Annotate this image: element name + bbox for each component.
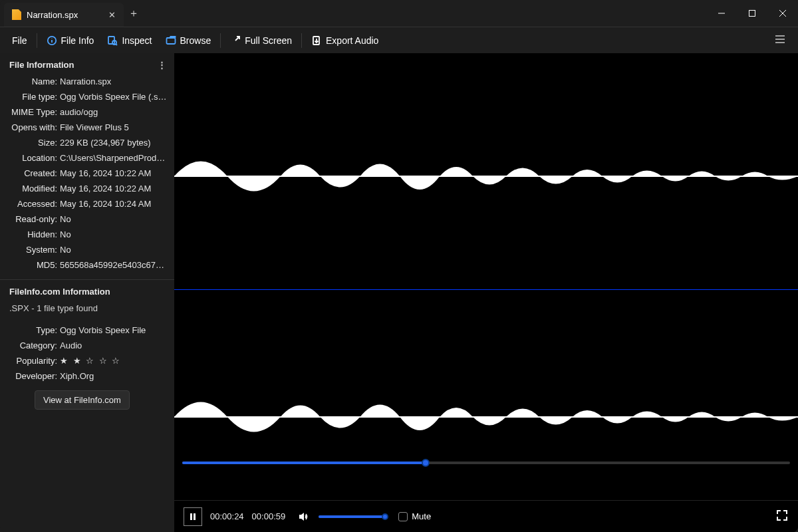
info-row: System:No xyxy=(0,242,174,257)
browse-icon xyxy=(166,35,176,46)
more-menu-icon[interactable]: ⋮ xyxy=(158,60,166,70)
info-label: Created: xyxy=(0,167,60,180)
info-label: MIME Type: xyxy=(0,106,60,118)
info-label: Developer: xyxy=(0,370,60,382)
info-row: Created:May 16, 2024 10:22 AM xyxy=(0,166,174,181)
info-value: C:\Users\SharpenedProducti... xyxy=(60,152,168,164)
full-screen-label: Full Screen xyxy=(245,35,292,46)
fileinfo-subtitle: .SPX - 1 file type found xyxy=(0,301,174,316)
pause-button[interactable] xyxy=(184,507,202,526)
info-row: Hidden:No xyxy=(0,227,174,242)
svg-rect-18 xyxy=(194,513,196,520)
info-label: Popularity: xyxy=(0,354,60,367)
info-value: Ogg Vorbis Speex File (.spx) xyxy=(60,90,168,103)
browse-button[interactable]: Browse xyxy=(159,31,218,50)
info-value: May 16, 2024 10:22 AM xyxy=(60,167,168,180)
info-label: File type: xyxy=(0,90,60,103)
info-value: May 16, 2024 10:22 AM xyxy=(60,182,168,195)
svg-point-6 xyxy=(51,38,52,39)
info-value: audio/ogg xyxy=(60,106,168,118)
file-information-title: File Information xyxy=(9,60,74,70)
tab-title: Narration.spx xyxy=(27,10,97,20)
expand-button[interactable] xyxy=(775,509,789,524)
info-label: Type: xyxy=(0,324,60,336)
info-value: Narration.spx xyxy=(60,75,168,88)
toolbar-separator xyxy=(220,33,221,48)
new-tab-button[interactable]: ＋ xyxy=(124,0,144,27)
info-label: MD5: xyxy=(0,259,60,271)
info-row: Popularity:★ ★ ☆ ☆ ☆ xyxy=(0,353,174,368)
hamburger-menu[interactable] xyxy=(767,29,793,51)
info-row: Type:Ogg Vorbis Speex File xyxy=(0,323,174,338)
info-value: Audio xyxy=(60,339,168,352)
info-value: No xyxy=(60,228,168,241)
total-duration: 00:00:59 xyxy=(252,511,286,521)
info-label: Opens with: xyxy=(0,121,60,134)
svg-rect-17 xyxy=(190,513,192,520)
title-bar: Narration.spx ✕ ＋ xyxy=(0,0,798,27)
info-value: Ogg Vorbis Speex File xyxy=(60,324,168,336)
seek-bar-fill xyxy=(182,462,426,464)
info-row: Size:229 KB (234,967 bytes) xyxy=(0,135,174,150)
speaker-icon[interactable] xyxy=(297,510,311,523)
info-row: Opens with:File Viewer Plus 5 xyxy=(0,120,174,135)
info-label: Category: xyxy=(0,339,60,352)
info-label: Hidden: xyxy=(0,228,60,241)
file-info-label: File Info xyxy=(61,35,94,46)
info-value: Xiph.Org xyxy=(60,370,168,382)
info-row: Accessed:May 16, 2024 10:24 AM xyxy=(0,196,174,211)
volume-slider[interactable] xyxy=(319,515,385,518)
playback-controls: 00:00:24 00:00:59 Mute xyxy=(174,500,798,532)
mute-label: Mute xyxy=(412,511,431,521)
waveform-channel-2 xyxy=(174,380,798,454)
svg-rect-1 xyxy=(749,11,755,17)
info-value: 229 KB (234,967 bytes) xyxy=(60,136,168,149)
mute-checkbox[interactable] xyxy=(398,512,408,521)
inspect-button[interactable]: Inspect xyxy=(100,31,158,50)
export-audio-label: Export Audio xyxy=(326,35,378,46)
document-icon xyxy=(12,9,21,20)
volume-fill xyxy=(319,515,385,518)
mute-toggle[interactable]: Mute xyxy=(398,511,431,521)
export-icon xyxy=(311,35,322,46)
toolbar-separator xyxy=(37,33,37,48)
window-maximize-button[interactable] xyxy=(737,0,767,27)
window-close-button[interactable] xyxy=(767,0,798,27)
info-label: Name: xyxy=(0,75,60,88)
info-label: Accessed: xyxy=(0,198,60,210)
full-screen-button[interactable]: Full Screen xyxy=(223,31,299,50)
info-row: MD5:565568a45992e5403c6782198... xyxy=(0,257,174,273)
export-audio-button[interactable]: Export Audio xyxy=(305,31,385,50)
inspect-icon xyxy=(107,35,118,46)
window-minimize-button[interactable] xyxy=(706,0,737,27)
elapsed-time: 00:00:24 xyxy=(210,511,244,521)
info-value: No xyxy=(60,243,168,256)
svg-line-9 xyxy=(116,44,117,45)
file-menu[interactable]: File xyxy=(5,31,34,50)
info-row: Name:Narration.spx xyxy=(0,74,174,89)
volume-knob[interactable] xyxy=(382,513,388,520)
inspect-label: Inspect xyxy=(122,35,152,46)
info-value: ★ ★ ☆ ☆ ☆ xyxy=(60,354,168,367)
browse-label: Browse xyxy=(180,35,211,46)
info-row: Category:Audio xyxy=(0,338,174,353)
document-tab[interactable]: Narration.spx ✕ xyxy=(4,3,124,27)
audio-viewer: 00:00:24 00:00:59 Mute xyxy=(174,53,798,532)
sidebar: File Information ⋮ Name:Narration.spxFil… xyxy=(0,53,174,532)
view-at-fileinfo-button[interactable]: View at FileInfo.com xyxy=(35,390,130,410)
info-row: MIME Type:audio/ogg xyxy=(0,104,174,120)
seek-bar-knob[interactable] xyxy=(422,459,430,467)
info-icon xyxy=(47,35,57,46)
info-value: File Viewer Plus 5 xyxy=(60,121,168,134)
file-info-button[interactable]: File Info xyxy=(40,31,101,50)
close-tab-icon[interactable]: ✕ xyxy=(106,9,117,20)
info-label: Read-only: xyxy=(0,213,60,225)
file-menu-label: File xyxy=(12,35,27,46)
info-label: Modified: xyxy=(0,182,60,195)
seek-bar[interactable] xyxy=(182,462,790,464)
waveform-area[interactable] xyxy=(174,53,798,500)
fullscreen-icon xyxy=(230,35,241,46)
fileinfo-com-title: FileInfo.com Information xyxy=(9,287,110,297)
info-label: Size: xyxy=(0,136,60,149)
file-information-panel: File Information ⋮ Name:Narration.spxFil… xyxy=(0,53,174,280)
